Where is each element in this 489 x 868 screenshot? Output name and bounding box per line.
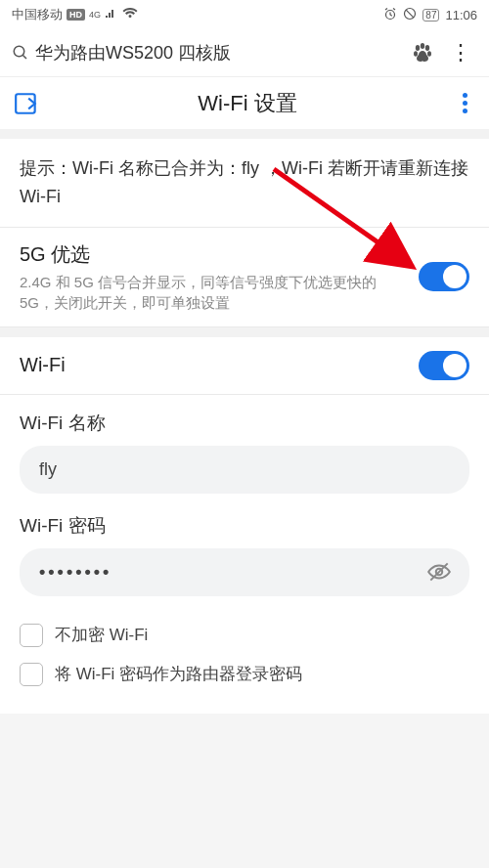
prefer-5g-desc: 2.4G 和 5G 信号合并显示，同等信号强度下优选更快的 5G，关闭此开关，即… [20, 272, 405, 313]
status-right: 87 11:06 [383, 7, 477, 23]
wifi-name-input[interactable]: fly [20, 446, 469, 494]
baidu-paw-icon[interactable] [411, 41, 434, 65]
no-encrypt-label: 不加密 Wi-Fi [55, 624, 148, 646]
svg-point-5 [425, 45, 429, 51]
svg-point-6 [414, 51, 418, 57]
use-as-login-label: 将 Wi-Fi 密码作为路由器登录密码 [55, 663, 302, 685]
wifi-name-label: Wi-Fi 名称 [20, 411, 469, 436]
wifi-password-label: Wi-Fi 密码 [20, 513, 469, 539]
hd-badge: HD [67, 9, 85, 21]
search-icon [12, 44, 29, 62]
prefer-5g-row: 5G 优选 2.4G 和 5G 信号合并显示，同等信号强度下优选更快的 5G，关… [0, 228, 489, 327]
signal-icon [105, 8, 118, 22]
search-box[interactable]: 华为路由WS5200 四核版 [12, 41, 401, 65]
visibility-off-icon[interactable] [426, 559, 452, 585]
more-menu-icon[interactable]: ⋮ [444, 40, 477, 65]
wifi-password-wrap: •••••••• [20, 548, 469, 596]
battery-percent: 87 [425, 10, 436, 21]
wifi-enable-label: Wi-Fi [20, 354, 66, 376]
network-label: 4G [89, 11, 101, 20]
search-query-text: 华为路由WS5200 四核版 [35, 41, 231, 65]
svg-point-4 [421, 43, 424, 49]
back-icon[interactable] [14, 91, 39, 116]
wifi-form: Wi-Fi 名称 fly Wi-Fi 密码 •••••••• 不加密 Wi-Fi… [0, 395, 489, 714]
dnd-icon [403, 7, 417, 23]
status-bar: 中国移动 HD 4G 87 11:06 [0, 0, 489, 29]
header-menu-icon[interactable] [456, 93, 475, 113]
prefer-5g-toggle[interactable] [419, 262, 469, 291]
hint-section: 提示：Wi-Fi 名称已合并为：fly ，Wi-Fi 若断开请重新连接 Wi-F… [0, 139, 489, 228]
prefer-5g-title: 5G 优选 [20, 241, 405, 268]
use-as-login-row[interactable]: 将 Wi-Fi 密码作为路由器登录密码 [20, 655, 469, 694]
section-gap [0, 327, 489, 337]
no-encrypt-row[interactable]: 不加密 Wi-Fi [20, 616, 469, 655]
carrier-label: 中国移动 [12, 6, 63, 23]
battery-indicator: 87 [422, 9, 439, 22]
wifi-password-input[interactable]: •••••••• [20, 548, 469, 596]
wifi-icon [122, 8, 138, 22]
use-as-login-checkbox[interactable] [20, 663, 43, 686]
prefer-5g-text: 5G 优选 2.4G 和 5G 信号合并显示，同等信号强度下优选更快的 5G，关… [20, 241, 419, 313]
page-header: Wi-Fi 设置 [0, 76, 489, 129]
section-gap [0, 129, 489, 139]
svg-point-7 [427, 51, 431, 57]
no-encrypt-checkbox[interactable] [20, 624, 43, 647]
page-title: Wi-Fi 设置 [198, 89, 296, 118]
clock-label: 11:06 [445, 8, 477, 22]
svg-point-2 [14, 46, 24, 57]
svg-rect-8 [16, 94, 34, 113]
wifi-enable-row: Wi-Fi [0, 337, 489, 395]
hint-text: 提示：Wi-Fi 名称已合并为：fly ，Wi-Fi 若断开请重新连接 Wi-F… [20, 154, 469, 211]
svg-point-3 [416, 45, 420, 51]
browser-toolbar: 华为路由WS5200 四核版 ⋮ [0, 29, 489, 76]
status-left: 中国移动 HD 4G [12, 6, 138, 23]
wifi-enable-toggle[interactable] [419, 351, 469, 380]
alarm-icon [383, 7, 397, 23]
